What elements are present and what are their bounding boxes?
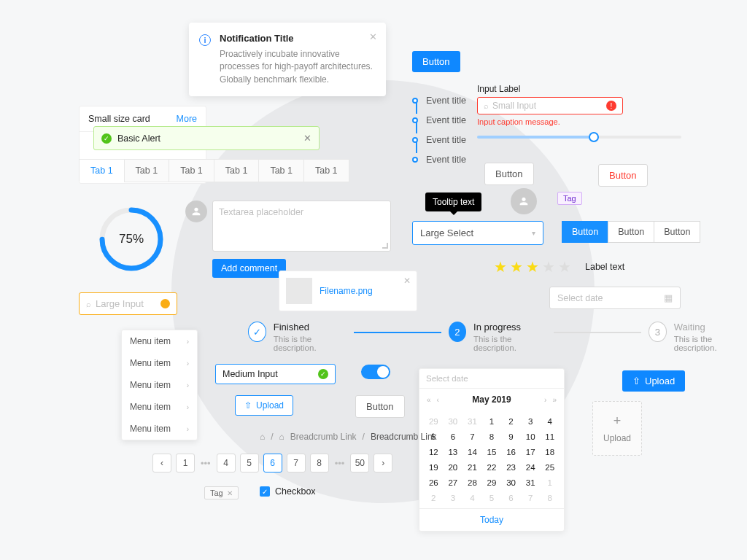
calendar-day[interactable]: 4 bbox=[462, 490, 482, 505]
slider[interactable] bbox=[477, 136, 681, 139]
calendar-day[interactable]: 3 bbox=[444, 490, 463, 505]
calendar-day[interactable]: 29 bbox=[482, 475, 502, 490]
calendar-day[interactable]: 30 bbox=[444, 413, 463, 429]
menu-item[interactable]: Menu item› bbox=[122, 396, 197, 418]
close-icon[interactable]: ✕ bbox=[369, 31, 377, 42]
calendar-day[interactable]: 6 bbox=[444, 429, 463, 444]
calendar-day[interactable]: 11 bbox=[540, 429, 560, 444]
tab[interactable]: Tab 1 bbox=[258, 159, 304, 182]
breadcrumb-link[interactable]: Breadcrumb Link bbox=[290, 432, 357, 442]
calendar-day[interactable]: 28 bbox=[462, 475, 482, 490]
calendar-day[interactable]: 9 bbox=[501, 429, 521, 444]
today-link[interactable]: Today bbox=[419, 508, 564, 531]
chevron-right-icon[interactable]: › bbox=[544, 396, 546, 404]
textarea[interactable]: Textarea placeholder bbox=[212, 201, 391, 252]
calendar-day[interactable]: 4 bbox=[540, 413, 560, 429]
pagination-page[interactable]: 7 bbox=[287, 454, 306, 472]
upload-dropzone[interactable]: + Upload bbox=[592, 401, 642, 456]
upload-primary-button[interactable]: ⇧ Upload bbox=[622, 370, 685, 392]
pagination-page[interactable]: 5 bbox=[240, 454, 259, 472]
calendar-day[interactable]: 19 bbox=[424, 459, 444, 475]
calendar-day[interactable]: 25 bbox=[540, 459, 560, 475]
calendar-day[interactable]: 15 bbox=[482, 444, 502, 459]
calendar-day[interactable]: 26 bbox=[424, 475, 444, 490]
pagination-page[interactable]: 4 bbox=[217, 454, 236, 472]
large-input[interactable]: ⌕ Large Input bbox=[79, 292, 177, 315]
calendar-day[interactable]: 13 bbox=[444, 444, 463, 459]
star-icon[interactable]: ★ bbox=[494, 258, 507, 276]
card-more-link[interactable]: More bbox=[177, 114, 197, 124]
primary-button[interactable]: Button bbox=[412, 51, 460, 72]
tab[interactable]: Tab 1 bbox=[124, 159, 170, 182]
calendar-day[interactable]: 1 bbox=[482, 413, 502, 429]
tab[interactable]: Tab 1 bbox=[214, 159, 260, 182]
tab[interactable]: Tab 1 bbox=[79, 159, 125, 182]
group-button[interactable]: Button bbox=[562, 221, 608, 243]
rating[interactable]: ★ ★ ★ ★ ★ Label text bbox=[494, 258, 624, 276]
group-button[interactable]: Button bbox=[654, 221, 700, 243]
menu-item[interactable]: Menu item› bbox=[122, 330, 197, 352]
upload-button[interactable]: ⇧ Upload bbox=[235, 395, 293, 416]
calendar-day[interactable]: 7 bbox=[521, 490, 541, 505]
calendar-day[interactable]: 7 bbox=[462, 429, 482, 444]
calendar-day[interactable]: 2 bbox=[501, 413, 521, 429]
star-icon[interactable]: ★ bbox=[542, 258, 555, 276]
slider-handle[interactable] bbox=[589, 132, 599, 142]
checkbox[interactable]: ✓ Checkbox bbox=[260, 486, 316, 497]
calendar-day[interactable]: 18 bbox=[540, 444, 560, 459]
toggle-switch[interactable] bbox=[361, 365, 390, 379]
pagination-next[interactable]: › bbox=[374, 454, 392, 472]
pagination-page[interactable]: 1 bbox=[176, 454, 195, 472]
pagination-page[interactable]: 50 bbox=[350, 454, 369, 472]
calendar-day[interactable]: 20 bbox=[444, 459, 463, 475]
star-icon[interactable]: ★ bbox=[526, 258, 539, 276]
calendar-day[interactable]: 27 bbox=[444, 475, 463, 490]
calendar-day[interactable]: 17 bbox=[521, 444, 541, 459]
calendar-day[interactable]: 31 bbox=[462, 413, 482, 429]
close-icon[interactable]: ✕ bbox=[303, 133, 311, 144]
calendar-day[interactable]: 23 bbox=[501, 459, 521, 475]
calendar-day[interactable]: 5 bbox=[482, 490, 502, 505]
group-button[interactable]: Button bbox=[608, 221, 654, 243]
double-left-icon[interactable]: « bbox=[427, 396, 431, 404]
tab[interactable]: Tab 1 bbox=[169, 159, 214, 182]
calendar-day[interactable]: 10 bbox=[521, 429, 541, 444]
double-right-icon[interactable]: » bbox=[552, 396, 557, 404]
calendar-day[interactable]: 8 bbox=[482, 429, 502, 444]
calendar-day[interactable]: 3 bbox=[521, 413, 541, 429]
calendar-day[interactable]: 1 bbox=[540, 475, 560, 490]
text-input[interactable]: ⌕ Small Input ! bbox=[477, 97, 623, 114]
default-button[interactable]: Button bbox=[355, 395, 405, 418]
file-name[interactable]: Filename.png bbox=[320, 286, 373, 296]
calendar-day[interactable]: 21 bbox=[462, 459, 482, 475]
star-icon[interactable]: ★ bbox=[510, 258, 523, 276]
pagination-prev[interactable]: ‹ bbox=[152, 454, 171, 472]
default-button[interactable]: Button bbox=[484, 163, 534, 185]
home-icon[interactable]: ⌂ bbox=[260, 432, 265, 442]
calendar-day[interactable]: 6 bbox=[501, 490, 521, 505]
menu-item[interactable]: Menu item› bbox=[122, 352, 197, 374]
star-icon[interactable]: ★ bbox=[558, 258, 571, 276]
calendar-day[interactable]: 31 bbox=[521, 475, 541, 490]
close-icon[interactable]: ✕ bbox=[403, 276, 411, 286]
menu-item[interactable]: Menu item› bbox=[122, 374, 197, 396]
calendar-day[interactable]: 14 bbox=[462, 444, 482, 459]
pagination-page[interactable]: 6 bbox=[263, 454, 282, 472]
calendar-input[interactable]: Select date bbox=[419, 369, 564, 389]
calendar-day[interactable]: 16 bbox=[501, 444, 521, 459]
calendar-day[interactable]: 29 bbox=[424, 413, 444, 429]
pagination-page[interactable]: 8 bbox=[310, 454, 329, 472]
calendar-day[interactable]: 22 bbox=[482, 459, 502, 475]
select-dropdown[interactable]: Large Select ▾ bbox=[412, 221, 543, 245]
calendar-day[interactable]: 24 bbox=[521, 459, 541, 475]
close-icon[interactable]: ✕ bbox=[227, 489, 233, 497]
date-input[interactable]: Select date ▦ bbox=[549, 287, 681, 309]
menu-item[interactable]: Menu item› bbox=[122, 418, 197, 440]
danger-button[interactable]: Button bbox=[598, 164, 648, 187]
resize-handle-icon[interactable] bbox=[382, 243, 388, 249]
calendar-day[interactable]: 12 bbox=[424, 444, 444, 459]
calendar-day[interactable]: 8 bbox=[540, 490, 560, 505]
calendar-day[interactable]: 30 bbox=[501, 475, 521, 490]
chevron-left-icon[interactable]: ‹ bbox=[437, 396, 439, 404]
medium-input[interactable]: Medium Input ✓ bbox=[215, 364, 336, 384]
